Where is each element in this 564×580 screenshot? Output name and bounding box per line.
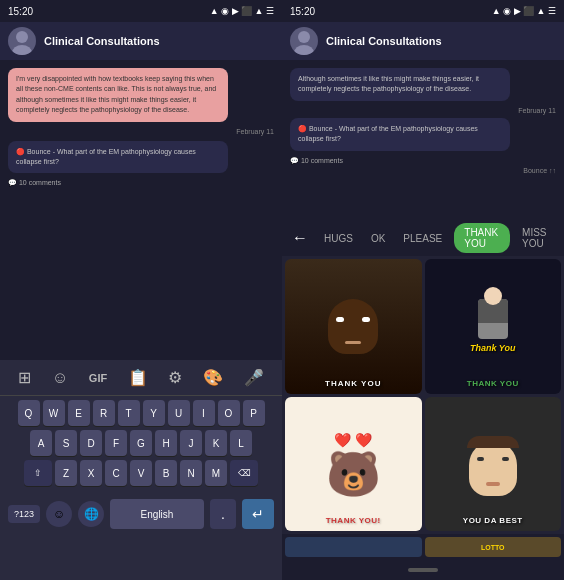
key-b[interactable]: B <box>155 460 177 486</box>
grid-icon[interactable]: ⊞ <box>18 368 31 387</box>
key-f[interactable]: F <box>105 430 127 456</box>
key-s[interactable]: S <box>55 430 77 456</box>
key-c[interactable]: C <box>105 460 127 486</box>
comment-count-left: 💬 10 comments <box>8 179 274 187</box>
message-right-1: Although sometimes it like this might ma… <box>290 68 510 101</box>
message-right-2: 🔴 Bounce - What part of the EM pathophys… <box>290 118 510 151</box>
key-123[interactable]: ?123 <box>8 505 40 523</box>
key-d[interactable]: D <box>80 430 102 456</box>
key-shift[interactable]: ⇧ <box>24 460 52 486</box>
message-bubble-highlight: I'm very disappointed with how textbooks… <box>8 68 228 122</box>
chat-messages-right: Although sometimes it like this might ma… <box>282 60 564 220</box>
gif-item-4[interactable]: YOU DA BEST <box>425 397 562 532</box>
key-e[interactable]: E <box>68 400 90 426</box>
left-panel: 15:20 ▲ ◉ ▶ ⬛ ▲ ☰ Clinical Consultations… <box>0 0 282 580</box>
gif-item-3[interactable]: ❤️ ❤️ 🐻 THANK YOU! <box>285 397 422 532</box>
key-x[interactable]: X <box>80 460 102 486</box>
key-l[interactable]: L <box>230 430 252 456</box>
chat-messages-left: I'm very disappointed with how textbooks… <box>0 60 282 360</box>
status-bar-left: 15:20 ▲ ◉ ▶ ⬛ ▲ ☰ <box>0 0 282 22</box>
key-row-3: ⇧ Z X C V B N M ⌫ <box>2 460 280 486</box>
key-emoji-bottom[interactable]: ☺ <box>46 501 72 527</box>
keyboard-bottom-bar: ?123 ☺ 🌐 English . ↵ <box>0 494 282 534</box>
key-n[interactable]: N <box>180 460 202 486</box>
gif-4-caption: YOU DA BEST <box>425 516 562 525</box>
key-p[interactable]: P <box>243 400 265 426</box>
gif-item-1[interactable]: THANK YOU <box>285 259 422 394</box>
svg-point-1 <box>12 45 32 55</box>
time-left: 15:20 <box>8 6 33 17</box>
key-y[interactable]: Y <box>143 400 165 426</box>
status-icons-left: ▲ ◉ ▶ ⬛ ▲ ☰ <box>210 6 274 16</box>
keyboard-rows: Q W E R T Y U I O P A S D F G H J K <box>0 396 282 494</box>
back-button[interactable]: ← <box>288 225 312 251</box>
status-bar-right: 15:20 ▲ ◉ ▶ ⬛ ▲ ☰ <box>282 0 564 22</box>
key-row-2: A S D F G H J K L <box>2 430 280 456</box>
gif-3-caption: THANK YOU! <box>285 516 422 525</box>
message-time-1: February 11 <box>8 128 274 135</box>
mic-icon[interactable]: 🎤 <box>244 368 264 387</box>
space-label: English <box>141 509 174 520</box>
tab-miss-you[interactable]: MISS YOU <box>516 223 558 253</box>
message-text-1: I'm very disappointed with how textbooks… <box>16 75 216 113</box>
gif-nav-bar: ← HUGS OK PLEASE THANK YOU MISS YOU <box>282 220 564 256</box>
key-a[interactable]: A <box>30 430 52 456</box>
key-v[interactable]: V <box>130 460 152 486</box>
key-i[interactable]: I <box>193 400 215 426</box>
keyboard-toolbar: ⊞ ☺ GIF 📋 ⚙ 🎨 🎤 <box>0 360 282 396</box>
msg-right-time-2: Bounce ↑↑ <box>290 167 556 174</box>
key-z[interactable]: Z <box>55 460 77 486</box>
right-panel: 15:20 ▲ ◉ ▶ ⬛ ▲ ☰ Clinical Consultations… <box>282 0 564 580</box>
heart-icons: ❤️ ❤️ <box>334 432 372 448</box>
gif-item-2[interactable]: Thank You THANK YOU <box>425 259 562 394</box>
key-enter[interactable]: ↵ <box>242 499 274 529</box>
settings-icon[interactable]: ⚙ <box>168 368 182 387</box>
key-space[interactable]: English <box>110 499 204 529</box>
key-q[interactable]: Q <box>18 400 40 426</box>
tab-ok[interactable]: OK <box>365 229 391 248</box>
key-r[interactable]: R <box>93 400 115 426</box>
key-j[interactable]: J <box>180 430 202 456</box>
avatar-left <box>8 27 36 55</box>
tab-please[interactable]: PLEASE <box>397 229 448 248</box>
tab-hugs[interactable]: HUGS <box>318 229 359 248</box>
comment-count-right: 💬 10 comments <box>290 157 556 165</box>
chat-title-left: Clinical Consultations <box>44 35 160 47</box>
chat-title-right: Clinical Consultations <box>326 35 442 47</box>
emoji-icon[interactable]: ☺ <box>52 369 68 387</box>
key-k[interactable]: K <box>205 430 227 456</box>
message-bubble-2: 🔴 Bounce - What part of the EM pathophys… <box>8 141 228 174</box>
bottom-gif-label: LOTTO <box>481 544 505 551</box>
message-text-2: 🔴 Bounce - What part of the EM pathophys… <box>16 148 196 165</box>
msg-right-text-1: Although sometimes it like this might ma… <box>298 75 479 92</box>
clipboard-icon[interactable]: 📋 <box>128 368 148 387</box>
palette-icon[interactable]: 🎨 <box>203 368 223 387</box>
gif-2-caption: THANK YOU <box>425 379 562 388</box>
scroll-indicator-bar <box>282 560 564 580</box>
key-o[interactable]: O <box>218 400 240 426</box>
gif-grid: THANK YOU Thank You THANK YOU ❤️ ❤️ <box>282 256 564 534</box>
key-g[interactable]: G <box>130 430 152 456</box>
time-right: 15:20 <box>290 6 315 17</box>
key-period[interactable]: . <box>210 499 236 529</box>
msg-right-text-2: 🔴 Bounce - What part of the EM pathophys… <box>298 125 478 142</box>
status-icons-right: ▲ ◉ ▶ ⬛ ▲ ☰ <box>492 6 556 16</box>
key-u[interactable]: U <box>168 400 190 426</box>
svg-point-2 <box>298 31 310 43</box>
chat-header-right: Clinical Consultations <box>282 22 564 60</box>
key-globe[interactable]: 🌐 <box>78 501 104 527</box>
key-t[interactable]: T <box>118 400 140 426</box>
avatar-right <box>290 27 318 55</box>
key-backspace[interactable]: ⌫ <box>230 460 258 486</box>
key-h[interactable]: H <box>155 430 177 456</box>
gif-1-caption: THANK YOU <box>285 379 422 388</box>
key-m[interactable]: M <box>205 460 227 486</box>
keyboard-area: ⊞ ☺ GIF 📋 ⚙ 🎨 🎤 Q W E R T Y U I O P <box>0 360 282 580</box>
tab-thank-you[interactable]: THANK YOU <box>454 223 510 253</box>
svg-point-0 <box>16 31 28 43</box>
key-w[interactable]: W <box>43 400 65 426</box>
scroll-handle <box>408 568 438 572</box>
gif-panel: ← HUGS OK PLEASE THANK YOU MISS YOU <box>282 220 564 580</box>
gif-bottom-row: LOTTO <box>282 534 564 560</box>
gif-icon[interactable]: GIF <box>89 372 107 384</box>
